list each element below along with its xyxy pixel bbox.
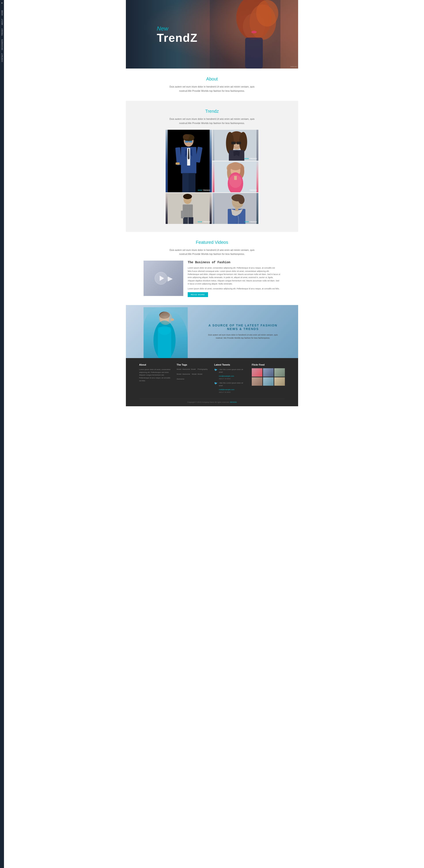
hero-subtitle: New [157,25,198,32]
footer-col-tags: the tags Model Awesome Model Photography… [177,363,210,395]
svg-point-4 [256,0,278,27]
banner-section: A SOURCE OF THE LATEST FASHION NEWS & TR… [126,305,298,358]
featured-para-1: Lorem ipsum dolor sit amet, consectetur … [188,266,281,285]
hero-title: TrendZ [157,32,198,43]
footer-tag-1[interactable]: Model [177,368,182,372]
trendz-item-4[interactable]: NEW TRENDZ [166,193,212,224]
banner-description: Duis autem vel eum iriure dolor in hendr… [205,333,281,340]
featured-article-title: The Business of Fashion [188,260,281,264]
tweet-2-content: I like this Lorem ipsum dolor sit amet m… [219,382,247,393]
flickr-thumb-1[interactable] [252,368,262,377]
twitter-icon-2: 🐦 [214,382,218,393]
footer-col-about: About Lorem ipsum dolor sit amet, consec… [139,363,172,395]
svg-point-11 [183,134,190,140]
svg-rect-48 [234,176,237,180]
footer-about-title: About [139,363,172,366]
trendz-item-3[interactable]: TRENDZ [213,161,259,192]
trendz-title: Trendz [143,109,281,114]
trendz-label-4: NEW TRENDZ [198,221,210,223]
flickr-thumb-4[interactable] [252,377,262,386]
footer-grid: About Lorem ipsum dolor sit amet, consec… [139,363,285,395]
hero-woman-svg [210,0,281,68]
svg-point-71 [160,313,169,323]
featured-para-2: Lorem ipsum dolor sit amet, consectetur … [188,287,281,290]
play-icon [154,272,168,285]
read-more-button[interactable]: READ MORE [188,292,208,297]
trendz-item-5-svg [213,193,259,224]
trendz-label-5: NEW TRENDZ [244,221,257,223]
svg-point-22 [185,154,186,155]
trendz-item-1[interactable]: NEW TRENDZ [166,130,212,192]
footer-tag-6[interactable]: Awesome [183,373,190,377]
flickr-thumb-2[interactable] [263,368,273,377]
tweet-1-text: I like this Lorem ipsum dolor sit amet [219,368,247,374]
flickr-grid [252,368,285,386]
svg-rect-58 [183,217,188,224]
tweet-1-content: I like this Lorem ipsum dolor sit amet m… [219,368,247,379]
svg-point-64 [238,196,244,204]
featured-video-thumbnail[interactable] [143,260,183,296]
footer-tag-3[interactable]: Model [191,368,196,372]
trendz-section: Trendz Duis autem vel eum iriure dolor i… [126,101,298,231]
footer-tag-2[interactable]: Awesome [183,368,190,372]
footer-tweet-1: 🐦 I like this Lorem ipsum dolor sit amet… [214,368,247,379]
footer-tag-4[interactable]: Photography [198,368,207,372]
flickr-thumb-6[interactable] [274,377,285,386]
tweet-1-link[interactable]: mm@example.com [219,375,234,377]
footer-flickr-title: flickr feed [252,363,285,366]
svg-point-45 [230,162,241,170]
tweet-2-link[interactable]: mall@example.com [219,389,234,391]
svg-rect-36 [236,142,241,144]
copyright-text: Copyright © 2015.Company Name All rights… [187,401,229,403]
trendz-label-3: TRENDZ [250,189,257,191]
tweet-1-time: ABOUT 15 MINS [219,378,247,379]
banner-woman-svg [143,307,188,358]
trendz-grid: NEW TRENDZ [166,130,258,224]
featured-section: Featured Videos Duis autem vel eum iriur… [126,232,298,305]
svg-rect-52 [183,205,193,218]
svg-rect-28 [189,173,195,192]
footer-tags-title: the tags [177,363,210,366]
footer-tag-9[interactable]: Awesome [177,378,185,380]
svg-point-75 [170,318,174,321]
svg-point-79 [158,326,171,335]
featured-content: The Business of Fashion Lorem ipsum dolo… [143,260,281,297]
copyright-design-link[interactable]: DESIGN [230,401,237,403]
footer-tag-8[interactable]: Model [198,373,202,377]
svg-rect-26 [175,162,180,165]
footer-tag-7[interactable]: Model [192,373,197,377]
trendz-description: Duis autem vel eum iriure dolor in hendr… [168,117,256,125]
footer-tag-5[interactable]: Model [177,373,182,377]
footer-tags-list: Model Awesome Model Photography Model Aw… [177,368,210,380]
banner-headline: A SOURCE OF THE LATEST FASHION NEWS & TR… [205,323,281,331]
featured-title: Featured Videos [143,240,281,245]
banner-woman-image [143,307,188,358]
tweet-2-time: ABOUT 30 MINS [219,392,247,393]
footer-tweets-title: latest tweets [214,363,247,366]
svg-point-21 [185,151,186,152]
hero-text: New TrendZ [157,25,198,43]
trendz-item-4-svg [166,193,212,224]
svg-rect-60 [181,211,184,218]
svg-point-51 [183,194,192,199]
flickr-thumb-5[interactable] [263,377,273,386]
about-title: About [143,76,281,82]
about-section: About Duis autem vel eum iriure dolor in… [126,68,298,101]
svg-point-6 [251,31,257,33]
trendz-item-5[interactable]: NEW TRENDZ [213,193,259,224]
footer: About Lorem ipsum dolor sit amet, consec… [126,358,298,406]
footer-tweet-2: 🐦 I like this Lorem ipsum dolor sit amet… [214,382,247,393]
twitter-icon-1: 🐦 [214,368,218,379]
svg-rect-14 [189,141,192,143]
tweet-2-text: I like this Lorem ipsum dolor sit amet [219,382,247,387]
trendz-item-2[interactable]: NEW TRENDZ [213,130,259,161]
footer-bottom: Copyright © 2015.Company Name All rights… [139,399,285,403]
svg-point-72 [159,312,170,319]
featured-description: Duis autem vel eum iriure dolor in hendr… [168,248,256,256]
flickr-thumb-3[interactable] [274,368,285,377]
about-description: Duis autem vel eum iriure dolor in hendr… [168,85,256,93]
trendz-label-2: NEW TRENDZ [244,158,257,159]
trendz-item-2-svg [213,130,259,161]
trendz-item-3-svg [213,161,259,192]
footer-col-tweets: latest tweets 🐦 I like this Lorem ipsum … [214,363,247,395]
